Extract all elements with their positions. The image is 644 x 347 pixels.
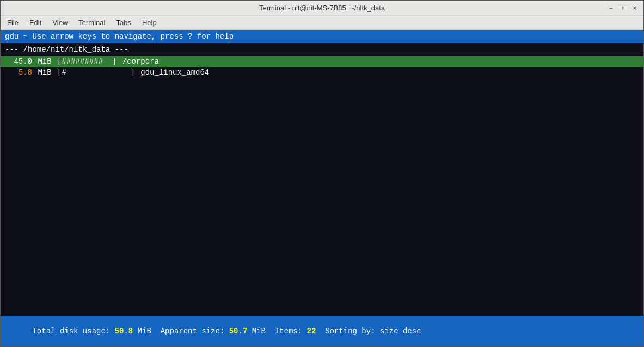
size-unit-corpora: MiB bbox=[33, 57, 56, 66]
file-entry-gdu[interactable]: 5.8 MiB [# ] gdu_linux_amd64 bbox=[1, 67, 643, 78]
minimize-button[interactable]: − bbox=[606, 4, 615, 13]
titlebar-controls: − + × bbox=[606, 4, 639, 13]
file-list: 45.0 MiB [######### ] /corpora 5.8 MiB [… bbox=[1, 56, 643, 186]
file-entry-corpora[interactable]: 45.0 MiB [######### ] /corpora bbox=[1, 56, 643, 67]
size-value-corpora: 45.0 bbox=[5, 57, 32, 66]
close-button[interactable]: × bbox=[630, 4, 639, 13]
size-unit-gdu: MiB bbox=[33, 68, 56, 77]
menu-file[interactable]: File bbox=[3, 17, 23, 28]
filename-corpora: /corpora bbox=[122, 57, 159, 66]
status-bar: Total disk usage: 50.8 MiB Apparent size… bbox=[1, 316, 643, 346]
menu-view[interactable]: View bbox=[48, 17, 72, 28]
terminal-content: gdu ~ Use arrow keys to navigate, press … bbox=[1, 30, 643, 346]
bar-corpora: [######### ] bbox=[57, 57, 121, 66]
status-prefix: Total disk usage: bbox=[32, 327, 114, 336]
gdu-info-bar: gdu ~ Use arrow keys to navigate, press … bbox=[1, 30, 643, 43]
status-items: 22 bbox=[307, 327, 316, 336]
menu-help[interactable]: Help bbox=[138, 17, 161, 28]
menu-terminal[interactable]: Terminal bbox=[74, 17, 109, 28]
terminal-window: Terminal - nit@nit-MS-7B85: ~/nltk_data … bbox=[0, 0, 644, 347]
menubar: File Edit View Terminal Tabs Help bbox=[1, 16, 643, 30]
bar-gdu: [# ] bbox=[57, 68, 139, 77]
window-title: Terminal - nit@nit-MS-7B85: ~/nltk_data bbox=[259, 4, 385, 12]
size-value-gdu: 5.8 bbox=[5, 68, 32, 77]
status-items-suffix: Sorting by: size desc bbox=[316, 327, 421, 336]
status-usage-unit: MiB Apparent size: bbox=[133, 327, 229, 336]
status-apparent-unit: MiB Items: bbox=[247, 327, 306, 336]
maximize-button[interactable]: + bbox=[618, 4, 627, 13]
menu-tabs[interactable]: Tabs bbox=[112, 17, 135, 28]
status-usage: 50.8 bbox=[115, 327, 133, 336]
empty-terminal-area bbox=[1, 186, 643, 316]
titlebar: Terminal - nit@nit-MS-7B85: ~/nltk_data … bbox=[1, 1, 643, 16]
status-apparent: 50.7 bbox=[229, 327, 248, 336]
path-line: --- /home/nit/nltk_data --- bbox=[1, 43, 643, 56]
filename-gdu: gdu_linux_amd64 bbox=[140, 68, 209, 77]
menu-edit[interactable]: Edit bbox=[25, 17, 46, 28]
